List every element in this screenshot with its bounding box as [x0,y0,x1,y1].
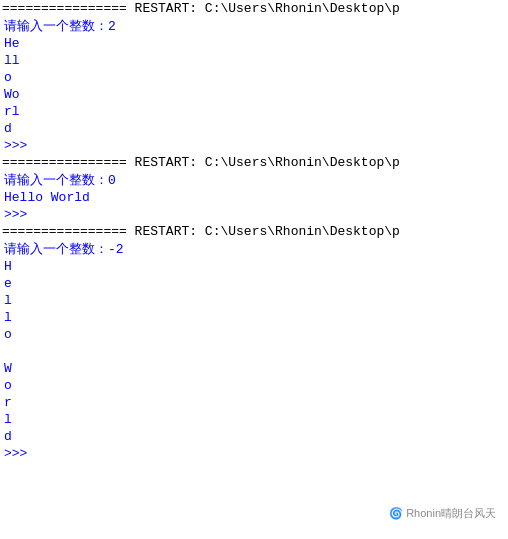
output-2-line-1: Hello World [0,189,508,206]
prompt-2: 请输入一个整数：0 [0,172,508,189]
arrow-1: >>> [0,137,508,154]
watermark: 🌀 Rhonin晴朗台风天 [389,506,496,521]
output-3-line-4: l [0,309,508,326]
divider-1: ================ RESTART: C:\Users\Rhoni… [0,0,508,18]
divider-2: ================ RESTART: C:\Users\Rhoni… [0,154,508,172]
prompt-1: 请输入一个整数：2 [0,18,508,35]
watermark-icon: 🌀 [389,507,403,520]
output-3-line-1: H [0,258,508,275]
arrow-3: >>> [0,445,508,462]
output-3-line-5: o [0,326,508,343]
output-1-line-6: d [0,120,508,137]
output-1-line-3: o [0,69,508,86]
output-3-line-6 [0,343,508,360]
output-3-line-7: W [0,360,508,377]
terminal-window: ================ RESTART: C:\Users\Rhoni… [0,0,508,539]
prompt-3: 请输入一个整数：-2 [0,241,508,258]
output-3-line-3: l [0,292,508,309]
divider-3: ================ RESTART: C:\Users\Rhoni… [0,223,508,241]
output-1-line-1: He [0,35,508,52]
output-3-line-8: o [0,377,508,394]
output-1-line-2: ll [0,52,508,69]
arrow-2: >>> [0,206,508,223]
watermark-text: Rhonin晴朗台风天 [406,507,496,519]
output-3-line-9: r [0,394,508,411]
output-3-line-11: d [0,428,508,445]
output-1-line-5: rl [0,103,508,120]
output-1-line-4: Wo [0,86,508,103]
output-3-line-10: l [0,411,508,428]
output-3-line-2: e [0,275,508,292]
